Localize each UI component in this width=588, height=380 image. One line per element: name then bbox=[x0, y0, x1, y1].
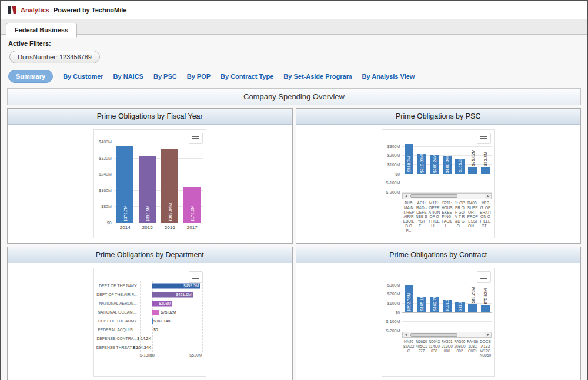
tab-by-set-aside-program[interactable]: By Set-Aside Program bbox=[283, 73, 352, 80]
y-tick-label: $0 bbox=[395, 171, 400, 176]
y-tick-label: $-200M bbox=[386, 329, 400, 333]
chart-card-psc: $300M$200M$100M$0$-100M$-200M $318.7M$21… bbox=[382, 129, 495, 238]
plot-area: DEPT OF THE NAVY$499.5MDEPT OF THE AIR F… bbox=[96, 281, 203, 352]
brand-text: Analytics Powered by TechnoMile bbox=[21, 6, 126, 14]
chart-menu-icon[interactable] bbox=[189, 133, 203, 144]
bar[interactable]: $362.04M bbox=[161, 149, 178, 223]
bar-value-label: $807.14K bbox=[153, 319, 171, 323]
bar-value-label: $-304.34K bbox=[133, 345, 151, 349]
category-label: 2017 bbox=[181, 225, 203, 230]
scrollbar-right-arrow[interactable] bbox=[485, 194, 491, 199]
bar[interactable]: $330.5M bbox=[139, 156, 156, 223]
panel-body-psc: $300M$200M$100M$0$-100M$-200M $318.7M$21… bbox=[296, 125, 581, 243]
bar-value-label: $75.82M bbox=[161, 310, 176, 314]
scrollbar-left-arrow[interactable] bbox=[403, 332, 409, 337]
bar[interactable]: $421.6M bbox=[152, 292, 193, 297]
category-label: R408: SUPPORT- PROFESSION... bbox=[466, 201, 479, 233]
y-axis: $300M$200M$100M$0$-100M$-200M bbox=[385, 280, 402, 331]
tab-by-customer[interactable]: By Customer bbox=[63, 73, 103, 80]
bar-value-label: $208M bbox=[159, 301, 171, 305]
bar[interactable]: $292.76M bbox=[405, 285, 413, 312]
bar-value-label: $200.24M bbox=[432, 154, 436, 173]
category-label: FA300208C0002 bbox=[453, 339, 466, 358]
bar[interactable]: $162.7M bbox=[430, 297, 439, 312]
bar-value-label: $318.7M bbox=[407, 156, 411, 172]
bar[interactable]: $73.3M bbox=[481, 167, 490, 173]
panel-psc: Prime Obligations by PSC $300M$200M$100M… bbox=[296, 108, 582, 244]
bar[interactable]: $89.29M bbox=[468, 304, 477, 312]
bar[interactable]: $188.34M bbox=[443, 156, 452, 173]
x-axis-labels: 2014201520162017 bbox=[114, 225, 203, 230]
x-tick-label: $520M bbox=[189, 353, 202, 357]
panel-title-psc: Prime Obligations by PSC bbox=[296, 109, 581, 125]
bar-value-label: $330.5M bbox=[145, 206, 149, 221]
bar-slot: $110.91M bbox=[453, 280, 466, 331]
bar-slot: $75.82M bbox=[479, 280, 492, 331]
tab-by-contract-type[interactable]: By Contract Type bbox=[220, 73, 273, 80]
bar-value-label: $73.3M bbox=[483, 152, 487, 166]
y-tick-label: $-200M bbox=[386, 190, 400, 194]
duns-filter-pill[interactable]: DunsNumber: 123456789 bbox=[9, 51, 100, 63]
chart-scrollbar[interactable] bbox=[402, 193, 492, 199]
psc-chart: $300M$200M$100M$0$-100M$-200M $318.7M$21… bbox=[385, 142, 492, 233]
top-brand-bar: Analytics Powered by TechnoMile bbox=[1, 1, 587, 19]
bar-value-label: $-14.2K bbox=[137, 337, 151, 341]
bar[interactable]: $75.82M bbox=[152, 310, 159, 315]
category-label: M111: OPERATION OF OFFICE LI... bbox=[428, 201, 441, 233]
panel-contract: Prime Obligations by Contract $300M$200M… bbox=[296, 247, 582, 380]
bar[interactable]: $110.91M bbox=[455, 302, 464, 312]
tab-by-pop[interactable]: By POP bbox=[187, 73, 211, 80]
bar-value-label: $421.6M bbox=[176, 292, 191, 297]
bar-slot: $318.7M bbox=[402, 142, 415, 192]
bar-slot: $162.7M bbox=[428, 280, 441, 331]
bar-row: DEPT OF THE NAVY$499.5M bbox=[96, 281, 203, 290]
bar[interactable]: $75.82M bbox=[468, 167, 477, 174]
bar[interactable]: $165.3M bbox=[455, 159, 464, 174]
tab-by-analysis-view[interactable]: By Analysis View bbox=[362, 73, 415, 80]
bar[interactable]: $499.5M bbox=[152, 283, 200, 288]
scrollbar-left-arrow[interactable] bbox=[403, 194, 409, 199]
tab-federal-business[interactable]: Federal Business bbox=[6, 23, 77, 38]
bar-slot: $330.5M bbox=[136, 142, 159, 223]
bar-value-label: $162.7M bbox=[432, 295, 436, 311]
tab-by-naics[interactable]: By NAICS bbox=[113, 73, 143, 80]
chart-scrollbar[interactable] bbox=[402, 332, 492, 338]
y-tick-label: $0 bbox=[395, 310, 400, 314]
bar[interactable]: $376.7M bbox=[116, 146, 133, 223]
scrollbar-thumb[interactable] bbox=[410, 194, 457, 198]
gridline bbox=[114, 223, 203, 223]
bar-track: $75.82M bbox=[140, 308, 202, 317]
bar-value-label: $376.7M bbox=[123, 206, 127, 221]
y-axis: $0$80M$160M$240M$320M$400M bbox=[96, 142, 114, 223]
tab-summary[interactable]: Summary bbox=[8, 70, 53, 83]
bar[interactable]: $176.3M bbox=[183, 187, 201, 223]
y-tick-label: $320M bbox=[99, 156, 111, 160]
bar[interactable]: $165.1M bbox=[417, 297, 426, 312]
tab-by-psc[interactable]: By PSC bbox=[153, 73, 177, 80]
scrollbar-track[interactable] bbox=[409, 194, 485, 199]
bar-row: DEPT OF THE ARMY$807.14K bbox=[96, 317, 203, 325]
category-label: S211: HOUSEKEEPING- FACILI... bbox=[440, 201, 453, 233]
bar-value-label: $362.04M bbox=[168, 203, 172, 221]
panel-title-fiscal-year: Prime Obligations by Fiscal Year bbox=[8, 109, 292, 125]
scrollbar-thumb[interactable] bbox=[410, 333, 457, 337]
bar-track: $0 bbox=[140, 325, 202, 334]
scrollbar-right-arrow[interactable] bbox=[485, 332, 491, 337]
bar-row: NATIONAL OCEANI...$75.82M bbox=[96, 308, 203, 317]
scrollbar-track[interactable] bbox=[409, 332, 485, 337]
chart-menu-icon[interactable] bbox=[477, 271, 491, 283]
category-label: 1: OPER OF GOV-T R&D GO... bbox=[453, 201, 466, 233]
main-content: Active Filters: DunsNumber: 123456789 Su… bbox=[1, 35, 587, 380]
bar[interactable]: $318.7M bbox=[405, 144, 413, 174]
bar[interactable]: $200.24M bbox=[430, 155, 439, 173]
bar[interactable]: $75.82M bbox=[481, 305, 490, 312]
bar[interactable]: $208M bbox=[152, 301, 172, 306]
bar[interactable]: $131.94M bbox=[443, 300, 452, 312]
bar[interactable]: $213.83M bbox=[417, 154, 426, 173]
bar-slot: $73.3M bbox=[479, 142, 492, 192]
bar-slot: $188.34M bbox=[440, 142, 453, 192]
bar-track: $807.14K bbox=[140, 317, 202, 325]
bar-value-label: $0 bbox=[153, 328, 158, 332]
chart-menu-icon[interactable] bbox=[477, 133, 491, 144]
chart-menu-icon[interactable] bbox=[189, 271, 203, 283]
